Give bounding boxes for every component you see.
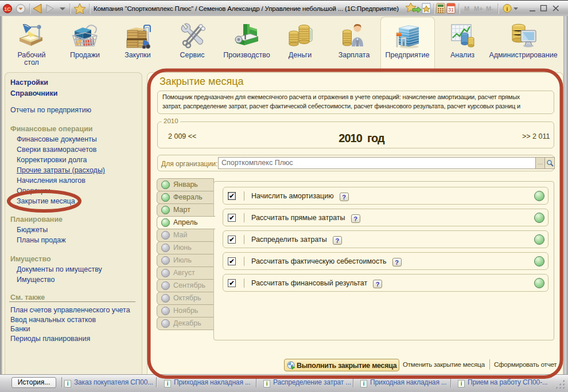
svg-text:M: M bbox=[464, 5, 469, 12]
svg-text:M+: M+ bbox=[474, 5, 483, 12]
svg-text:1С: 1С bbox=[4, 6, 11, 12]
svg-text:31: 31 bbox=[448, 7, 454, 13]
svg-text:i: i bbox=[507, 6, 508, 12]
svg-text:M-: M- bbox=[486, 5, 493, 12]
